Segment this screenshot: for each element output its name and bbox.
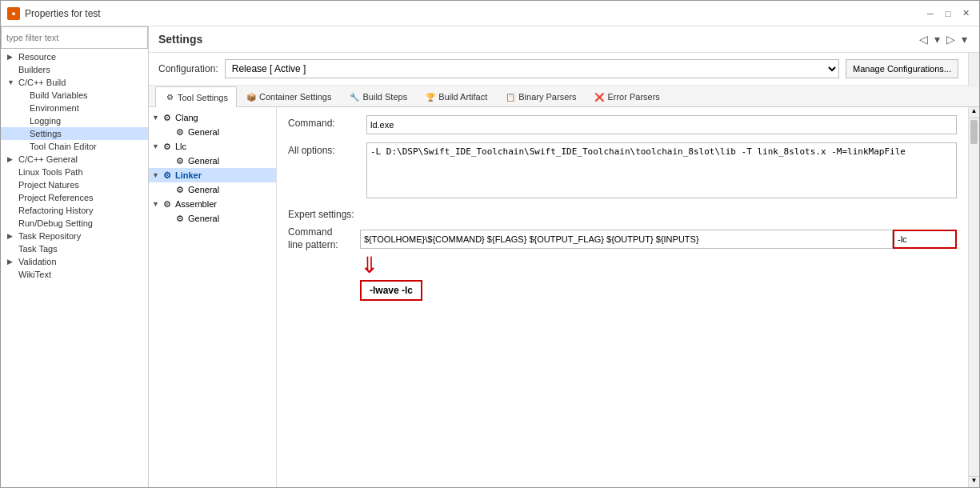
tool-item-llc-general[interactable]: ⚙ General xyxy=(149,154,276,168)
gear-icon: ⚙ xyxy=(174,213,186,224)
sidebar-item-cpp-general[interactable]: ▶ C/C++ General xyxy=(1,153,148,166)
manage-configurations-button[interactable]: Manage Configurations... xyxy=(846,59,958,78)
sidebar-item-project-references[interactable]: Project References xyxy=(1,191,148,204)
sidebar-item-label: Settings xyxy=(30,129,62,138)
sidebar-item-tool-chain-editor[interactable]: Tool Chain Editor xyxy=(1,140,148,153)
close-button[interactable]: ✕ xyxy=(958,6,973,21)
command-input[interactable] xyxy=(366,115,957,134)
sidebar-item-label: Task Tags xyxy=(18,244,58,254)
tool-item-linker[interactable]: ▼ ⚙ Linker xyxy=(149,168,276,182)
tool-item-label: Clang xyxy=(175,113,198,122)
tab-build-steps[interactable]: 🔧 Build Steps xyxy=(340,86,416,106)
sidebar-item-wikitext[interactable]: WikiText xyxy=(1,268,148,281)
main-content: ▶ Resource Builders ▼ C/C++ Build Build … xyxy=(1,26,979,487)
cmd-line-pattern-label: Commandline pattern: xyxy=(288,226,360,251)
arrow-icon: ▼ xyxy=(152,171,162,179)
sidebar-item-label: Builders xyxy=(18,65,50,74)
nav-back-button[interactable]: ◁ xyxy=(917,33,930,46)
sidebar-item-build-variables[interactable]: Build Variables xyxy=(1,89,148,102)
sidebar-item-builders[interactable]: Builders xyxy=(1,63,148,76)
scroll-track xyxy=(969,118,979,476)
panel-content: ▼ ⚙ Clang ⚙ General ▼ ⚙ Llc xyxy=(149,107,979,487)
sidebar-item-validation[interactable]: ▶ Validation xyxy=(1,255,148,268)
app-icon: ● xyxy=(7,7,20,20)
tab-build-artifact[interactable]: 🏆 Build Artifact xyxy=(416,86,496,106)
sidebar-item-project-natures[interactable]: Project Natures xyxy=(1,178,148,191)
sidebar-item-cpp-build[interactable]: ▼ C/C++ Build xyxy=(1,76,148,89)
sidebar-item-task-repository[interactable]: ▶ Task Repository xyxy=(1,230,148,242)
tab-container-settings[interactable]: 📦 Container Settings xyxy=(237,86,341,106)
nav-arrows: ◁ ▾ ▷ ▾ xyxy=(917,33,970,46)
command-row: Command: xyxy=(288,115,957,134)
arrow-icon: ▼ xyxy=(152,114,162,122)
tool-item-assembler-general[interactable]: ⚙ General xyxy=(149,211,276,226)
tab-error-parsers[interactable]: ❌ Error Parsers xyxy=(585,86,668,106)
all-options-textarea[interactable]: -L D:\DSP\Swift_IDE_Toolchain\Swift_IDE_… xyxy=(366,142,957,198)
arrow-icon: ▼ xyxy=(7,78,17,86)
gear-icon: ⚙ xyxy=(162,141,173,152)
scroll-thumb[interactable] xyxy=(970,120,978,144)
configuration-row: Configuration: Release [ Active ] Manage… xyxy=(149,53,968,86)
sidebar-item-label: Logging xyxy=(30,116,61,126)
arrow-icon: ▶ xyxy=(7,232,17,240)
tab-label: Tool Settings xyxy=(178,93,228,102)
sidebar-item-task-tags[interactable]: Task Tags xyxy=(1,242,148,255)
sidebar-item-label: Tool Chain Editor xyxy=(30,142,97,151)
sidebar-item-run-debug-settings[interactable]: Run/Debug Setting xyxy=(1,217,148,230)
gear-icon: ⚙ xyxy=(174,126,186,138)
container-settings-icon: 📦 xyxy=(246,91,257,102)
nav-dropdown2-button[interactable]: ▾ xyxy=(959,33,970,46)
gear-icon: ⚙ xyxy=(162,198,173,210)
sidebar-item-label: Project Natures xyxy=(18,180,79,190)
tab-binary-parsers[interactable]: 📋 Binary Parsers xyxy=(496,86,585,106)
settings-form-panel: Command: All options: -L D:\DSP\Swift_ID… xyxy=(277,107,968,487)
tool-item-label: General xyxy=(188,214,219,223)
cmd-line-highlight-input[interactable] xyxy=(893,230,957,249)
sidebar-item-logging[interactable]: Logging xyxy=(1,114,148,127)
tab-tool-settings[interactable]: ⚙ Tool Settings xyxy=(155,86,237,107)
nav-forward-button[interactable]: ▷ xyxy=(944,33,958,46)
sidebar-item-settings[interactable]: Settings xyxy=(1,127,148,140)
build-steps-icon: 🔧 xyxy=(349,91,360,102)
tab-label: Error Parsers xyxy=(607,92,659,102)
sidebar-item-refactoring-history[interactable]: Refactoring History xyxy=(1,204,148,217)
tab-label: Binary Parsers xyxy=(518,92,576,102)
arrow-indicator: ⇓ xyxy=(288,254,957,277)
arrow-icon: ▶ xyxy=(7,258,17,266)
maximize-button[interactable]: □ xyxy=(941,6,955,21)
right-panel: Settings ◁ ▾ ▷ ▾ Configuration: Release … xyxy=(149,26,979,487)
binary-parsers-icon: 📋 xyxy=(505,91,516,102)
arrow-icon: ▶ xyxy=(7,155,17,163)
tool-item-linker-general[interactable]: ⚙ General xyxy=(149,182,276,197)
sidebar-item-label: WikiText xyxy=(18,270,51,279)
scroll-down-button[interactable]: ▼ xyxy=(969,476,979,487)
sidebar-item-resource[interactable]: ▶ Resource xyxy=(1,50,148,63)
tool-item-assembler[interactable]: ▼ ⚙ Assembler xyxy=(149,197,276,211)
arrow-icon: ▼ xyxy=(152,200,162,208)
sidebar-item-label: Build Variables xyxy=(30,90,88,100)
scroll-up-button[interactable]: ▲ xyxy=(969,107,979,118)
cmd-line-main-input[interactable] xyxy=(360,230,893,249)
tool-item-clang[interactable]: ▼ ⚙ Clang xyxy=(149,110,276,125)
main-window: ● Properties for test ─ □ ✕ ▶ Resource B… xyxy=(0,0,980,488)
result-container: -lwave -lc xyxy=(288,280,957,301)
tool-settings-icon: ⚙ xyxy=(164,92,175,103)
sidebar-item-label: Validation xyxy=(18,257,57,266)
arrow-icon: ▼ xyxy=(152,142,162,150)
tool-item-llc[interactable]: ▼ ⚙ Llc xyxy=(149,139,276,154)
window-title: Properties for test xyxy=(25,8,923,19)
sidebar-item-label: Environment xyxy=(30,103,79,113)
sidebar-item-environment[interactable]: Environment xyxy=(1,102,148,114)
cmd-line-pattern-row: Commandline pattern: xyxy=(288,226,957,251)
settings-title: Settings xyxy=(158,33,202,46)
filter-input[interactable] xyxy=(1,26,148,49)
configuration-select[interactable]: Release [ Active ] xyxy=(225,59,839,78)
nav-dropdown-button[interactable]: ▾ xyxy=(932,33,942,46)
minimize-button[interactable]: ─ xyxy=(923,6,938,21)
sidebar-item-linux-tools-path[interactable]: Linux Tools Path xyxy=(1,166,148,178)
sidebar: ▶ Resource Builders ▼ C/C++ Build Build … xyxy=(1,26,149,487)
tool-item-label: General xyxy=(188,185,219,194)
build-artifact-icon: 🏆 xyxy=(425,91,436,102)
tool-item-clang-general[interactable]: ⚙ General xyxy=(149,125,276,139)
tab-label: Container Settings xyxy=(259,92,332,102)
